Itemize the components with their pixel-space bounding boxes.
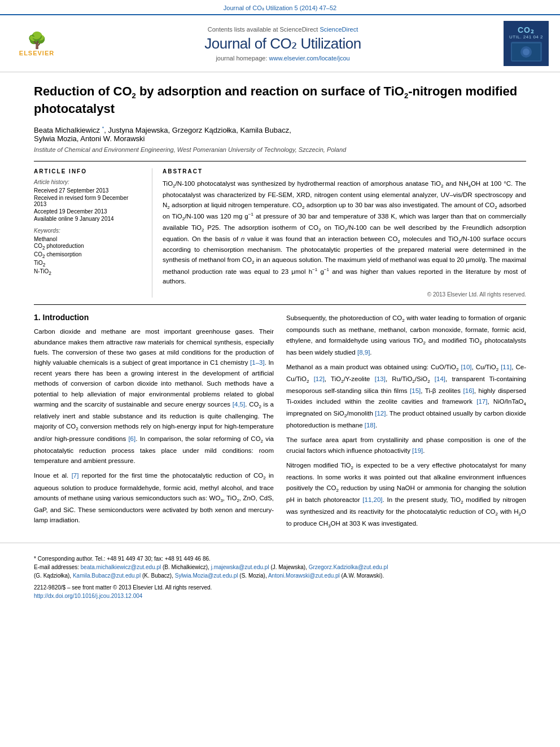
article-section: Reduction of CO2 by adsorption and react… (0, 72, 560, 305)
ref-12[interactable]: [12] (314, 375, 325, 382)
ref-8-9[interactable]: [8,9] (357, 349, 370, 356)
ref-16[interactable]: [16] (463, 387, 474, 394)
science-direct-text: Contents lists available at ScienceDirec… (208, 26, 318, 33)
ref-6[interactable]: [6] (128, 435, 135, 442)
right-column: Subsequently, the photoreduction of CO2 … (286, 313, 526, 535)
abstract-text: TiO2/N-100 photocatalyst was synthesized… (163, 179, 526, 287)
email-label: E-mail addresses: (34, 564, 79, 570)
ref-11-20[interactable]: [11,20] (362, 496, 382, 503)
intro-para3: Subsequently, the photoreduction of CO2 … (286, 313, 526, 357)
ref-11[interactable]: [11] (501, 364, 511, 370)
ref-4-5[interactable]: [4,5] (233, 401, 245, 408)
history-revised: Received in revised form 9 December 2013 (34, 195, 142, 207)
authors: Beata Michalkiewicz *, Justyna Majewska,… (34, 125, 526, 143)
science-direct-link[interactable]: ScienceDirect (320, 26, 358, 33)
intro-para1: Carbon dioxide and methane are most impo… (34, 326, 274, 466)
journal-title-main: Journal of CO₂ Utilization (62, 35, 504, 53)
email-bubacz[interactable]: Kamila.Bubacz@zut.edu.pl (73, 573, 141, 579)
ref-19[interactable]: [19] (412, 447, 423, 454)
ref-13[interactable]: [13] (375, 375, 386, 382)
main-content: 1. Introduction Carbon dioxide and metha… (0, 305, 560, 535)
section-number: 1. (34, 313, 41, 322)
affiliation: Institute of Chemical and Environment En… (34, 146, 526, 153)
badge-subtitle: UTIL. 241 04 2 (509, 34, 543, 40)
tree-icon: 🌳 (27, 31, 47, 50)
badge-image (511, 42, 542, 62)
keyword-3: TiO2 (34, 260, 142, 268)
journal-title-block: Contents lists available at ScienceDirec… (62, 26, 504, 62)
footer-notes: * Corresponding author. Tel.: +48 91 449… (34, 554, 526, 600)
intro-para5: The surface area apart from crystallinit… (286, 435, 526, 456)
intro-para6: Nitrogen modified TiO2 is expected to be… (286, 460, 526, 530)
homepage-url[interactable]: www.elsevier.com/locate/jcou (269, 55, 350, 62)
ref-17[interactable]: [17] (476, 398, 487, 405)
abstract-col: ABSTRACT TiO2/N-100 photocatalyst was sy… (152, 168, 526, 298)
ref-15[interactable]: [15] (410, 387, 421, 394)
article-info-heading: ARTICLE INFO (34, 168, 142, 174)
history-label: Article history: (34, 179, 142, 185)
journal-header: 🌳 ELSEVIER Contents lists available at S… (0, 14, 560, 72)
article-title: Reduction of CO2 by adsorption and react… (34, 84, 526, 117)
ref-10[interactable]: [10] (461, 364, 471, 370)
copyright-line: © 2013 Elsevier Ltd. All rights reserved… (163, 291, 526, 298)
ref-1-3[interactable]: [1–3] (250, 359, 265, 366)
keyword-0: Methanol (34, 236, 142, 242)
page: Journal of CO₂ Utilization 5 (2014) 47–5… (0, 0, 560, 747)
homepage-label: journal homepage: (216, 55, 267, 62)
info-abstract-section: ARTICLE INFO Article history: Received 2… (34, 161, 526, 305)
elsevier-logo: 🌳 ELSEVIER (11, 31, 62, 56)
ref-7[interactable]: [7] (72, 472, 79, 479)
article-info-col: ARTICLE INFO Article history: Received 2… (34, 168, 152, 298)
history-online: Available online 9 January 2014 (34, 216, 142, 222)
section1-title: 1. Introduction (34, 313, 274, 322)
issn-line: 2212-9820/$ – see front matter © 2013 El… (34, 583, 526, 592)
svg-point-2 (523, 49, 530, 55)
keywords-label: Keywords: (34, 228, 142, 234)
email-line: E-mail addresses: beata.michalkiewicz@zu… (34, 563, 526, 580)
email-michalkiewicz[interactable]: beata.michalkiewicz@zut.edu.pl (81, 564, 161, 570)
footer-section: * Corresponding author. Tel.: +48 91 449… (0, 543, 560, 606)
email-majewska[interactable]: j.majewska@zut.edu.pl (211, 564, 269, 570)
keyword-2: CO2 chemisorption (34, 251, 142, 259)
abstract-heading: ABSTRACT (163, 168, 526, 174)
history-received: Received 27 September 2013 (34, 187, 142, 194)
ref-12b[interactable]: [12] (375, 410, 386, 417)
left-column: 1. Introduction Carbon dioxide and metha… (34, 313, 274, 535)
ref-14[interactable]: [14] (435, 375, 445, 382)
elsevier-text: ELSEVIER (19, 50, 54, 56)
email-kadziolka[interactable]: Grzegorz.Kadziolka@zut.edu.pl (309, 564, 388, 570)
doi-line: http://dx.doi.org/10.1016/j.jcou.2013.12… (34, 592, 526, 600)
history-accepted: Accepted 19 December 2013 (34, 208, 142, 215)
keyword-4: N-TiO2 (34, 268, 142, 276)
doi-link[interactable]: http://dx.doi.org/10.1016/j.jcou.2013.12… (34, 593, 142, 599)
email-morawski[interactable]: Antoni.Morawski@zut.edu.pl (268, 573, 340, 579)
science-direct-line: Contents lists available at ScienceDirec… (62, 26, 504, 33)
badge-title: CO₂ (518, 25, 535, 34)
keyword-1: CO2 photoreduction (34, 243, 142, 251)
journal-citation: Journal of CO₂ Utilization 5 (2014) 47–5… (0, 0, 560, 14)
ref-18[interactable]: [18] (365, 422, 375, 429)
intro-para4: Methanol as a main product was obtained … (286, 362, 526, 430)
journal-homepage-line: journal homepage: www.elsevier.com/locat… (62, 55, 504, 62)
co2-badge: CO₂ UTIL. 241 04 2 (504, 21, 549, 66)
email-mozia[interactable]: Sylwia.Mozia@zut.edu.pl (175, 573, 238, 579)
corresponding-note: * Corresponding author. Tel.: +48 91 449… (34, 554, 526, 563)
intro-para2: Inoue et al. [7] reported for the first … (34, 470, 274, 525)
citation-text: Journal of CO₂ Utilization 5 (2014) 47–5… (224, 5, 336, 11)
